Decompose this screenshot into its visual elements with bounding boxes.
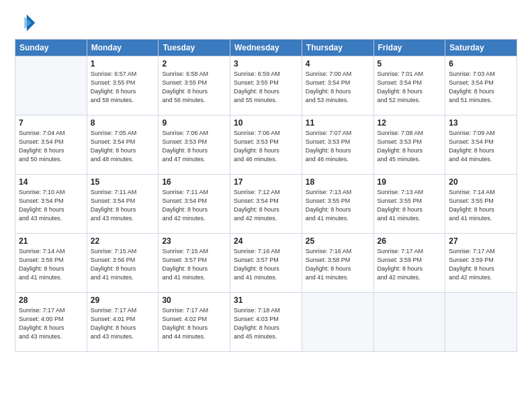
day-number: 22 [91, 236, 155, 246]
day-info: Sunrise: 7:15 AMSunset: 3:56 PMDaylight:… [91, 247, 155, 282]
page: SundayMondayTuesdayWednesdayThursdayFrid… [0, 0, 532, 411]
calendar-day-cell: 2Sunrise: 6:58 AMSunset: 3:55 PMDaylight… [159, 56, 230, 116]
day-info: Sunrise: 7:08 AMSunset: 3:53 PMDaylight:… [378, 129, 442, 164]
day-number: 20 [449, 177, 513, 187]
day-info: Sunrise: 7:13 AMSunset: 3:55 PMDaylight:… [306, 188, 370, 223]
day-info: Sunrise: 7:05 AMSunset: 3:54 PMDaylight:… [91, 129, 155, 164]
calendar-day-cell: 11Sunrise: 7:07 AMSunset: 3:53 PMDayligh… [302, 116, 373, 175]
day-of-week-header: Wednesday [230, 40, 302, 56]
day-info: Sunrise: 7:17 AMSunset: 3:59 PMDaylight:… [449, 247, 513, 282]
day-number: 25 [306, 236, 370, 246]
calendar-day-cell: 29Sunrise: 7:17 AMSunset: 4:01 PMDayligh… [87, 293, 159, 352]
day-number: 7 [19, 118, 83, 128]
day-info: Sunrise: 7:15 AMSunset: 3:57 PMDaylight:… [162, 247, 226, 282]
header [15, 12, 517, 34]
day-info: Sunrise: 7:17 AMSunset: 3:59 PMDaylight:… [378, 247, 442, 282]
calendar-day-cell: 31Sunrise: 7:18 AMSunset: 4:03 PMDayligh… [230, 293, 302, 352]
logo [15, 12, 39, 34]
day-number: 9 [162, 118, 226, 128]
calendar-day-cell: 7Sunrise: 7:04 AMSunset: 3:54 PMDaylight… [15, 116, 87, 175]
day-number: 15 [91, 177, 155, 187]
day-number: 8 [91, 118, 155, 128]
calendar-week-row: 14Sunrise: 7:10 AMSunset: 3:54 PMDayligh… [15, 175, 517, 234]
calendar-day-cell [373, 293, 445, 352]
day-info: Sunrise: 6:58 AMSunset: 3:55 PMDaylight:… [162, 70, 226, 105]
day-of-week-header: Saturday [445, 40, 517, 56]
day-info: Sunrise: 7:00 AMSunset: 3:54 PMDaylight:… [306, 70, 370, 105]
day-info: Sunrise: 7:18 AMSunset: 4:03 PMDaylight:… [234, 306, 298, 341]
day-number: 28 [19, 295, 83, 305]
calendar-day-cell: 12Sunrise: 7:08 AMSunset: 3:53 PMDayligh… [373, 116, 445, 175]
day-number: 3 [234, 59, 298, 68]
calendar-day-cell [445, 293, 517, 352]
day-info: Sunrise: 7:17 AMSunset: 4:01 PMDaylight:… [91, 306, 155, 341]
calendar-day-cell: 1Sunrise: 6:57 AMSunset: 3:55 PMDaylight… [87, 56, 159, 116]
day-number: 12 [378, 118, 442, 128]
calendar-day-cell: 13Sunrise: 7:09 AMSunset: 3:54 PMDayligh… [445, 116, 517, 175]
day-number: 26 [378, 236, 442, 246]
calendar-day-cell: 22Sunrise: 7:15 AMSunset: 3:56 PMDayligh… [87, 234, 159, 293]
day-number: 2 [162, 59, 226, 68]
calendar-table: SundayMondayTuesdayWednesdayThursdayFrid… [15, 39, 517, 352]
day-of-week-header: Friday [373, 40, 445, 56]
day-number: 23 [162, 236, 226, 246]
calendar-day-cell: 9Sunrise: 7:06 AMSunset: 3:53 PMDaylight… [159, 116, 230, 175]
day-info: Sunrise: 7:16 AMSunset: 3:58 PMDaylight:… [306, 247, 370, 282]
day-number: 6 [449, 59, 513, 68]
day-number: 5 [378, 59, 442, 68]
day-number: 29 [91, 295, 155, 305]
calendar-day-cell: 28Sunrise: 7:17 AMSunset: 4:00 PMDayligh… [15, 293, 87, 352]
calendar-day-cell: 26Sunrise: 7:17 AMSunset: 3:59 PMDayligh… [373, 234, 445, 293]
day-info: Sunrise: 7:01 AMSunset: 3:54 PMDaylight:… [378, 70, 442, 105]
day-number: 14 [19, 177, 83, 187]
calendar-day-cell [15, 56, 87, 116]
calendar-week-row: 7Sunrise: 7:04 AMSunset: 3:54 PMDaylight… [15, 116, 517, 175]
day-info: Sunrise: 7:04 AMSunset: 3:54 PMDaylight:… [19, 129, 83, 164]
calendar-day-cell: 21Sunrise: 7:14 AMSunset: 3:56 PMDayligh… [15, 234, 87, 293]
day-info: Sunrise: 7:14 AMSunset: 3:55 PMDaylight:… [449, 188, 513, 223]
day-number: 11 [306, 118, 370, 128]
calendar-day-cell: 24Sunrise: 7:16 AMSunset: 3:57 PMDayligh… [230, 234, 302, 293]
calendar-day-cell: 6Sunrise: 7:03 AMSunset: 3:54 PMDaylight… [445, 56, 517, 116]
day-number: 21 [19, 236, 83, 246]
calendar-day-cell: 4Sunrise: 7:00 AMSunset: 3:54 PMDaylight… [302, 56, 373, 116]
day-info: Sunrise: 7:12 AMSunset: 3:54 PMDaylight:… [234, 188, 298, 223]
calendar-day-cell: 25Sunrise: 7:16 AMSunset: 3:58 PMDayligh… [302, 234, 373, 293]
calendar-day-cell: 16Sunrise: 7:11 AMSunset: 3:54 PMDayligh… [159, 175, 230, 234]
calendar-day-cell: 23Sunrise: 7:15 AMSunset: 3:57 PMDayligh… [159, 234, 230, 293]
day-info: Sunrise: 7:09 AMSunset: 3:54 PMDaylight:… [449, 129, 513, 164]
calendar-week-row: 28Sunrise: 7:17 AMSunset: 4:00 PMDayligh… [15, 293, 517, 352]
day-info: Sunrise: 7:06 AMSunset: 3:53 PMDaylight:… [162, 129, 226, 164]
calendar-day-cell: 17Sunrise: 7:12 AMSunset: 3:54 PMDayligh… [230, 175, 302, 234]
calendar-week-row: 1Sunrise: 6:57 AMSunset: 3:55 PMDaylight… [15, 56, 517, 116]
calendar-day-cell [302, 293, 373, 352]
day-number: 10 [234, 118, 298, 128]
day-number: 31 [234, 295, 298, 305]
day-info: Sunrise: 7:07 AMSunset: 3:53 PMDaylight:… [306, 129, 370, 164]
calendar-day-cell: 27Sunrise: 7:17 AMSunset: 3:59 PMDayligh… [445, 234, 517, 293]
day-info: Sunrise: 7:17 AMSunset: 4:00 PMDaylight:… [19, 306, 83, 341]
day-info: Sunrise: 6:59 AMSunset: 3:55 PMDaylight:… [234, 70, 298, 105]
day-info: Sunrise: 7:13 AMSunset: 3:55 PMDaylight:… [378, 188, 442, 223]
calendar-week-row: 21Sunrise: 7:14 AMSunset: 3:56 PMDayligh… [15, 234, 517, 293]
calendar-day-cell: 14Sunrise: 7:10 AMSunset: 3:54 PMDayligh… [15, 175, 87, 234]
day-number: 30 [162, 295, 226, 305]
calendar-day-cell: 5Sunrise: 7:01 AMSunset: 3:54 PMDaylight… [373, 56, 445, 116]
day-info: Sunrise: 7:03 AMSunset: 3:54 PMDaylight:… [449, 70, 513, 105]
logo-icon [15, 12, 36, 34]
day-of-week-header: Monday [87, 40, 159, 56]
calendar-day-cell: 15Sunrise: 7:11 AMSunset: 3:54 PMDayligh… [87, 175, 159, 234]
day-number: 16 [162, 177, 226, 187]
day-number: 13 [449, 118, 513, 128]
day-number: 1 [91, 59, 155, 68]
day-number: 19 [378, 177, 442, 187]
calendar-day-cell: 18Sunrise: 7:13 AMSunset: 3:55 PMDayligh… [302, 175, 373, 234]
calendar-day-cell: 30Sunrise: 7:17 AMSunset: 4:02 PMDayligh… [159, 293, 230, 352]
day-of-week-header: Sunday [15, 40, 87, 56]
day-info: Sunrise: 7:06 AMSunset: 3:53 PMDaylight:… [234, 129, 298, 164]
days-header-row: SundayMondayTuesdayWednesdayThursdayFrid… [15, 40, 517, 56]
day-number: 18 [306, 177, 370, 187]
day-info: Sunrise: 7:11 AMSunset: 3:54 PMDaylight:… [91, 188, 155, 223]
day-number: 24 [234, 236, 298, 246]
day-info: Sunrise: 6:57 AMSunset: 3:55 PMDaylight:… [91, 70, 155, 105]
